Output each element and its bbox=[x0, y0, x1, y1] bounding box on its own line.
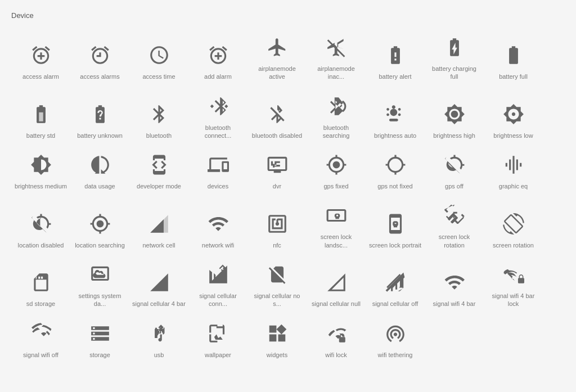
icon-item-signal-wifi-4bar: signal wifi 4 bar bbox=[425, 256, 484, 315]
add-alarm-icon bbox=[208, 42, 229, 68]
brightness-high-icon bbox=[444, 101, 465, 127]
icon-item-battery-full: battery full bbox=[484, 29, 543, 88]
icon-label: location searching bbox=[75, 241, 125, 249]
icon-label: battery full bbox=[499, 73, 528, 80]
icon-item-add-alarm: add alarm bbox=[188, 29, 248, 88]
icon-label: signal cellular conn... bbox=[191, 292, 245, 308]
icon-item-bluetooth-connected: bluetooth connect... bbox=[188, 88, 248, 147]
icon-item-signal-cellular-connected: signal cellular conn... bbox=[188, 256, 248, 315]
icon-label: network cell bbox=[142, 241, 175, 249]
icon-item-network-wifi: network wifi bbox=[188, 197, 248, 256]
icon-label: signal cellular null bbox=[312, 300, 361, 308]
bluetooth-searching-icon bbox=[326, 93, 347, 119]
icon-item-bluetooth-disabled: bluetooth disabled bbox=[248, 88, 307, 147]
battery-std-icon bbox=[30, 101, 52, 127]
storage-icon bbox=[89, 321, 111, 346]
battery-unknown-icon bbox=[89, 101, 111, 127]
icon-item-usb: usb bbox=[129, 315, 188, 366]
icon-label: bluetooth connect... bbox=[191, 124, 245, 140]
signal-wifi-off-icon bbox=[30, 321, 52, 346]
icon-item-gps-not-fixed: gps not fixed bbox=[366, 146, 425, 197]
icon-item-storage: storage bbox=[70, 315, 129, 366]
icon-label: access alarms bbox=[80, 73, 119, 80]
icon-label: network wifi bbox=[202, 241, 234, 249]
brightness-auto-icon bbox=[385, 101, 406, 127]
icon-item-settings-system-daydream: settings system da... bbox=[70, 256, 129, 315]
widgets-icon bbox=[267, 321, 288, 346]
icon-item-dvr: dvr bbox=[248, 146, 307, 197]
icon-item-bluetooth-searching: bluetooth searching bbox=[307, 88, 366, 147]
icon-label: bluetooth bbox=[146, 132, 172, 139]
icon-item-signal-cellular-no-sim: signal cellular no s... bbox=[248, 256, 307, 315]
access-time-icon bbox=[148, 42, 170, 68]
icon-label: brightness medium bbox=[15, 182, 67, 190]
gps-fixed-icon bbox=[326, 152, 347, 178]
gps-not-fixed-icon bbox=[385, 152, 406, 178]
sd-storage-icon bbox=[30, 269, 52, 295]
icon-item-access-time: access time bbox=[129, 29, 188, 88]
icon-label: battery alert bbox=[379, 73, 411, 80]
signal-cellular-no-sim-icon bbox=[267, 262, 288, 287]
icon-label: add alarm bbox=[204, 73, 232, 80]
icon-label: bluetooth disabled bbox=[252, 132, 302, 139]
icon-label: wallpaper bbox=[205, 351, 231, 359]
icon-item-data-usage: data usage bbox=[70, 146, 129, 197]
icon-label: screen lock landsc... bbox=[309, 233, 363, 249]
icon-label: airplanemode active bbox=[250, 65, 304, 81]
icon-label: location disabled bbox=[18, 241, 64, 249]
developer-mode-icon bbox=[148, 152, 170, 178]
icon-label: battery charging full bbox=[428, 65, 481, 81]
icon-item-battery-alert: battery alert bbox=[366, 29, 425, 88]
icon-label: developer mode bbox=[137, 182, 181, 190]
icon-label: signal cellular off bbox=[372, 300, 418, 308]
icon-item-screen-lock-landscape: screen lock landsc... bbox=[307, 197, 366, 256]
signal-wifi-4bar-icon bbox=[444, 269, 465, 295]
icon-item-nfc: nfc bbox=[248, 197, 307, 256]
wifi-tethering-icon bbox=[385, 321, 406, 346]
settings-system-daydream-icon bbox=[89, 262, 111, 287]
icon-item-battery-charging-full: battery charging full bbox=[425, 29, 484, 88]
icon-item-graphic-eq: graphic eq bbox=[484, 146, 543, 197]
icon-item-signal-cellular-null: signal cellular null bbox=[307, 256, 366, 315]
location-disabled-icon bbox=[30, 211, 52, 237]
icon-item-developer-mode: developer mode bbox=[129, 146, 188, 197]
icon-label: widgets bbox=[267, 351, 287, 359]
icon-label: brightness auto bbox=[374, 132, 416, 139]
signal-cellular-null-icon bbox=[326, 269, 347, 295]
icon-label: nfc bbox=[273, 241, 281, 249]
icon-label: dvr bbox=[273, 182, 281, 190]
icon-label: brightness high bbox=[433, 132, 475, 139]
bluetooth-disabled-icon bbox=[267, 101, 288, 127]
icon-label: wifi tethering bbox=[378, 351, 413, 359]
icon-item-wallpaper: wallpaper bbox=[188, 315, 248, 366]
icon-label: usb bbox=[154, 351, 164, 359]
signal-cellular-off-icon bbox=[385, 269, 406, 295]
icon-item-brightness-low: brightness low bbox=[484, 88, 543, 147]
icon-grid: access alarm access alarms access time a… bbox=[11, 29, 565, 366]
icon-item-brightness-auto: brightness auto bbox=[366, 88, 425, 147]
icon-label: signal cellular 4 bar bbox=[132, 300, 186, 308]
access-alarm-icon bbox=[30, 42, 52, 68]
icon-item-devices: devices bbox=[188, 146, 248, 197]
icon-label: storage bbox=[89, 351, 110, 359]
screen-rotation-icon bbox=[503, 211, 524, 237]
icon-label: signal wifi 4 bar bbox=[433, 300, 476, 308]
icon-item-network-cell: network cell bbox=[129, 197, 188, 256]
battery-full-icon bbox=[503, 42, 524, 68]
icon-label: data usage bbox=[84, 182, 115, 190]
icon-item-brightness-high: brightness high bbox=[425, 88, 484, 147]
dvr-icon bbox=[267, 152, 288, 178]
screen-lock-rotation-icon bbox=[444, 202, 465, 228]
airplanemode-active-icon bbox=[267, 34, 288, 60]
icon-item-screen-lock-rotation: screen lock rotation bbox=[425, 197, 484, 256]
icon-item-wifi-tethering: wifi tethering bbox=[366, 315, 425, 366]
section-title: Device bbox=[11, 11, 565, 20]
icon-label: access alarm bbox=[22, 73, 59, 80]
icon-label: graphic eq bbox=[499, 182, 528, 190]
icon-item-airplanemode-inactive: airplanemode inac... bbox=[307, 29, 366, 88]
icon-item-signal-cellular-off: signal cellular off bbox=[366, 256, 425, 315]
icon-label: gps not fixed bbox=[377, 182, 412, 190]
icon-item-battery-std: battery std bbox=[11, 88, 70, 147]
icon-label: screen lock rotation bbox=[428, 233, 481, 249]
icon-label: signal cellular no s... bbox=[250, 292, 304, 308]
